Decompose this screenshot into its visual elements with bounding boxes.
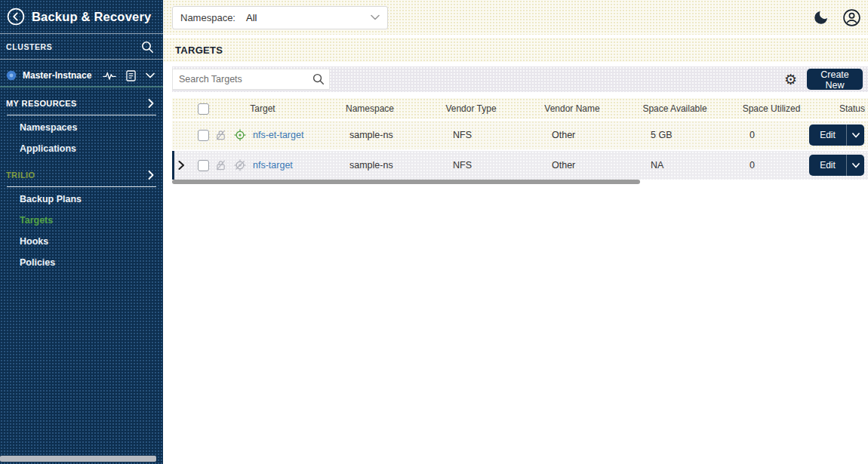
cluster-report-icon[interactable] [126,70,136,81]
column-header-space-available[interactable]: Space Available [642,103,706,114]
settings-gear-icon[interactable]: ⚙ [784,72,797,87]
cluster-health-pulse-icon[interactable] [103,71,116,81]
search-icon [312,72,325,85]
edit-split-button[interactable]: Edit [809,155,864,176]
chevron-down-icon [371,14,380,20]
cell-vendor-name: Other [552,160,575,171]
page-header-band: TARGETS [163,38,868,62]
chevron-down-icon[interactable] [146,72,155,78]
app-title: Backup & Recovery [32,10,151,24]
sidebar-item-backup-plans[interactable]: Backup Plans [0,189,163,210]
namespace-label: Namespace: [180,12,235,23]
cell-vendor-type: NFS [453,160,472,171]
sidebar-horizontal-scrollbar[interactable] [0,456,156,462]
search-input[interactable] [172,69,330,90]
main-content: Namespace: All TARGETS [163,0,868,464]
browse-target-enabled-icon[interactable] [234,129,246,141]
spacer [163,92,868,98]
create-new-button[interactable]: Create New [807,69,863,90]
edit-dropdown-chevron-icon[interactable] [846,124,864,146]
column-header-namespace[interactable]: Namespace [346,103,394,114]
column-header-vendor-name[interactable]: Vendor Name [544,103,599,114]
chevron-right-icon [148,171,154,180]
edit-button-label[interactable]: Edit [809,160,846,171]
sidebar-item-hooks[interactable]: Hooks [0,231,163,252]
sidebar-item-namespaces[interactable]: Namespaces [0,117,163,138]
user-avatar-icon[interactable] [842,8,861,27]
back-icon[interactable] [6,7,26,26]
expand-row-chevron-icon[interactable] [178,161,185,170]
cell-space-available: NA [651,160,663,171]
table-toolbar: ⚙ Create New [172,66,868,92]
top-bar: Namespace: All [163,0,868,35]
encryption-disabled-icon [215,159,226,171]
cell-space-utilized: 0 [749,160,755,171]
edit-dropdown-chevron-icon[interactable] [846,155,864,176]
trilio-label: TRILIO [6,171,35,180]
edit-split-button[interactable]: Edit [809,124,864,146]
sidebar-item-policies[interactable]: Policies [0,252,163,273]
cluster-badge-icon [6,70,17,81]
edit-button-label[interactable]: Edit [809,130,846,140]
encryption-disabled-icon [215,129,226,141]
cell-space-utilized: 0 [749,130,755,140]
search-box [172,69,330,90]
column-header-vendor-type[interactable]: Vendor Type [445,103,496,114]
cell-namespace: sample-ns [349,160,393,171]
table-row: nfs-target sample-ns NFS Other NA 0 Edit [172,151,868,180]
cell-namespace: sample-ns [349,130,393,140]
browse-target-disabled-icon [234,159,246,171]
sidebar: Backup & Recovery CLUSTERS Master-Instna… [0,0,163,464]
clusters-section-header: CLUSTERS [0,34,163,60]
divider [7,115,156,115]
table-row: nfs-et-target sample-ns NFS Other 5 GB 0… [172,121,868,149]
target-name-link[interactable]: nfs-et-target [253,130,303,140]
column-header-target[interactable]: Target [250,103,275,114]
table-horizontal-scrollbar[interactable] [172,180,640,184]
page-title: TARGETS [175,45,223,56]
clusters-label: CLUSTERS [6,42,52,51]
namespace-select[interactable]: Namespace: All [172,6,388,29]
sidebar-search-icon[interactable] [140,40,154,54]
cluster-name: Master-Instnace [23,70,91,81]
target-name-link[interactable]: nfs-target [253,160,293,171]
row-checkbox[interactable] [198,160,209,171]
app-window: Backup & Recovery CLUSTERS Master-Instna… [0,0,868,464]
table-header-row: Target Namespace Vendor Type Vendor Name… [172,98,868,119]
row-checkbox[interactable] [198,130,209,141]
targets-table: Target Namespace Vendor Type Vendor Name… [172,98,868,184]
select-all-checkbox[interactable] [198,103,209,115]
sidebar-header: Backup & Recovery [0,0,163,34]
sidebar-section-my-resources[interactable]: MY RESOURCES [0,95,163,112]
namespace-value: All [246,12,257,23]
sidebar-section-trilio[interactable]: TRILIO [0,167,163,183]
sidebar-item-applications[interactable]: Applications [0,138,163,159]
dark-mode-toggle-moon-icon[interactable] [813,9,830,26]
column-header-status[interactable]: Status [839,103,865,114]
divider [7,186,156,187]
chevron-right-icon [148,99,154,108]
column-header-space-utilized[interactable]: Space Utilized [743,103,801,114]
cell-vendor-name: Other [552,130,575,140]
cell-vendor-type: NFS [453,130,472,140]
cell-space-available: 5 GB [651,130,673,140]
cluster-row-master-instnace[interactable]: Master-Instnace [0,65,163,88]
sidebar-item-targets[interactable]: Targets [0,210,163,231]
my-resources-label: MY RESOURCES [6,99,77,108]
